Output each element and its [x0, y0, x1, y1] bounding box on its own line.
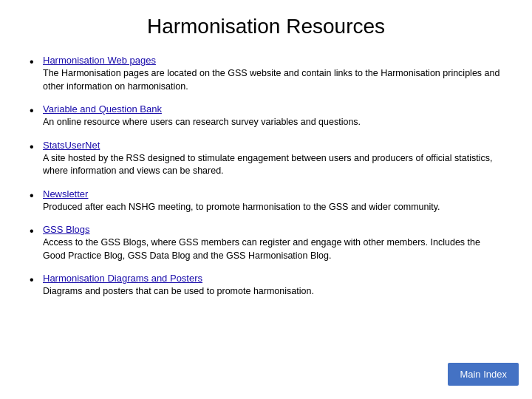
list-item: • Variable and Question Bank An online r… — [30, 103, 502, 129]
main-index-button[interactable]: Main Index — [448, 363, 519, 386]
list-item: • StatsUserNet A site hosted by the RSS … — [30, 140, 502, 178]
item-link-1[interactable]: Harmonisation Web pages — [43, 55, 502, 66]
bullet-icon: • — [30, 225, 43, 238]
item-content: Harmonisation Diagrams and Posters Diagr… — [43, 273, 502, 299]
item-content: GSS Blogs Access to the GSS Blogs, where… — [43, 224, 502, 262]
item-desc-2: An online resource where users can resea… — [43, 117, 361, 127]
bullet-icon: • — [30, 104, 43, 117]
item-link-6[interactable]: Harmonisation Diagrams and Posters — [43, 273, 502, 284]
item-link-4[interactable]: Newsletter — [43, 188, 502, 200]
item-content: Variable and Question Bank An online res… — [43, 103, 502, 129]
bullet-icon: • — [30, 273, 43, 287]
list-item: • Newsletter Produced after each NSHG me… — [30, 188, 502, 214]
list-item: • Harmonisation Web pages The Harmonisat… — [30, 55, 502, 93]
page-title: Harmonisation Resources — [30, 15, 502, 38]
list-item: • Harmonisation Diagrams and Posters Dia… — [30, 273, 502, 299]
item-content: Harmonisation Web pages The Harmonisatio… — [43, 55, 502, 93]
item-link-2[interactable]: Variable and Question Bank — [43, 103, 502, 115]
bullet-icon: • — [30, 140, 43, 154]
list-item: • GSS Blogs Access to the GSS Blogs, whe… — [30, 224, 502, 262]
item-content: StatsUserNet A site hosted by the RSS de… — [43, 140, 502, 178]
item-desc-5: Access to the GSS Blogs, where GSS membe… — [43, 237, 480, 261]
item-desc-3: A site hosted by the RSS designed to sti… — [43, 153, 492, 177]
bullet-icon: • — [30, 55, 43, 69]
page-container: Harmonisation Resources • Harmonisation … — [0, 0, 532, 399]
item-desc-1: The Harmonisation pages are located on t… — [43, 68, 499, 92]
item-content: Newsletter Produced after each NSHG meet… — [43, 188, 502, 214]
item-desc-4: Produced after each NSHG meeting, to pro… — [43, 202, 440, 212]
item-link-5[interactable]: GSS Blogs — [43, 224, 502, 235]
item-link-3[interactable]: StatsUserNet — [43, 140, 502, 151]
item-desc-6: Diagrams and posters that can be used to… — [43, 286, 314, 296]
bullet-icon: • — [30, 189, 43, 202]
resources-list: • Harmonisation Web pages The Harmonisat… — [30, 55, 502, 299]
